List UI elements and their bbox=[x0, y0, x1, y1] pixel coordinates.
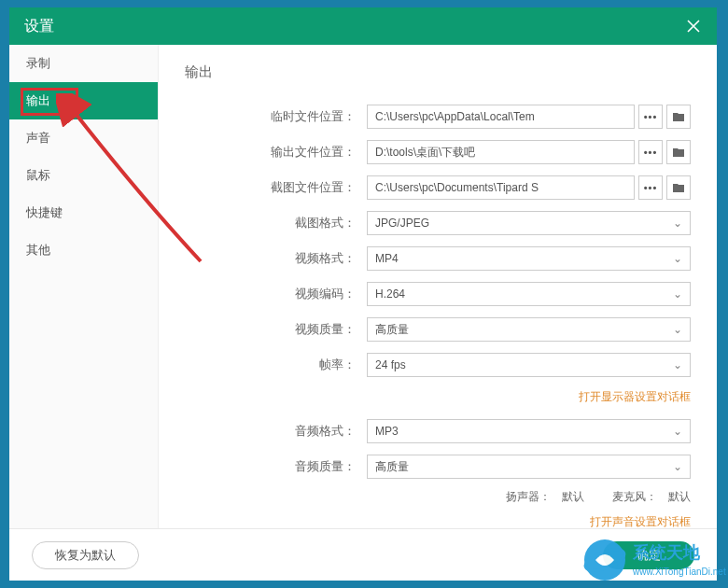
window-title: 设置 bbox=[24, 17, 54, 36]
chevron-down-icon: ⌄ bbox=[673, 217, 682, 230]
select-value: 24 fps bbox=[375, 358, 406, 371]
open-output-folder-button[interactable] bbox=[666, 140, 691, 164]
folder-icon bbox=[672, 147, 685, 158]
sidebar-item-label: 鼠标 bbox=[26, 167, 50, 184]
label-audio-quality: 音频质量： bbox=[185, 458, 367, 475]
label-output-path: 输出文件位置： bbox=[185, 144, 367, 161]
sidebar-item-label: 输出 bbox=[26, 92, 50, 109]
select-value: 高质量 bbox=[375, 322, 409, 338]
sidebar-item-label: 声音 bbox=[26, 130, 50, 147]
label-temp-path: 临时文件位置： bbox=[185, 108, 367, 125]
label-framerate: 帧率： bbox=[185, 357, 367, 373]
select-video-quality[interactable]: 高质量 ⌄ bbox=[367, 317, 691, 342]
button-label: 恢复为默认 bbox=[55, 547, 116, 564]
label-video-format: 视频格式： bbox=[185, 250, 367, 267]
sidebar-item-mouse[interactable]: 鼠标 bbox=[9, 157, 158, 194]
label-speaker: 扬声器： bbox=[506, 489, 551, 505]
button-label: 确定 bbox=[637, 547, 661, 564]
select-audio-quality[interactable]: 高质量 ⌄ bbox=[367, 455, 691, 479]
browse-temp-button[interactable]: ••• bbox=[638, 105, 663, 129]
open-screenshot-folder-button[interactable] bbox=[666, 175, 691, 200]
sidebar-item-record[interactable]: 录制 bbox=[9, 45, 158, 82]
chevron-down-icon: ⌄ bbox=[673, 358, 682, 371]
input-screenshot-path[interactable] bbox=[367, 175, 635, 200]
sidebar-item-sound[interactable]: 声音 bbox=[9, 119, 158, 157]
folder-icon bbox=[672, 182, 685, 193]
sidebar-item-hotkey[interactable]: 快捷键 bbox=[9, 194, 158, 231]
reset-button[interactable]: 恢复为默认 bbox=[32, 541, 139, 569]
label-video-codec: 视频编码： bbox=[185, 286, 367, 302]
sidebar-item-label: 其他 bbox=[26, 242, 50, 259]
input-output-path[interactable] bbox=[367, 140, 635, 164]
label-audio-format: 音频格式： bbox=[185, 423, 367, 440]
browse-screenshot-button[interactable]: ••• bbox=[638, 175, 663, 200]
select-video-codec[interactable]: H.264 ⌄ bbox=[367, 282, 691, 306]
select-value: 高质量 bbox=[375, 459, 409, 475]
sidebar: 录制 输出 声音 鼠标 快捷键 其他 bbox=[9, 45, 159, 528]
input-temp-path[interactable] bbox=[367, 105, 635, 129]
select-screenshot-format[interactable]: JPG/JPEG ⌄ bbox=[367, 211, 691, 235]
select-value: MP4 bbox=[375, 252, 399, 265]
browse-output-button[interactable]: ••• bbox=[638, 140, 663, 164]
label-video-quality: 视频质量： bbox=[185, 321, 367, 338]
link-display-settings[interactable]: 打开显示器设置对话框 bbox=[579, 390, 691, 403]
link-sound-settings[interactable]: 打开声音设置对话框 bbox=[590, 515, 691, 528]
chevron-down-icon: ⌄ bbox=[673, 460, 682, 473]
sidebar-item-label: 录制 bbox=[26, 55, 50, 72]
folder-icon bbox=[672, 111, 685, 122]
select-audio-format[interactable]: MP3 ⌄ bbox=[367, 419, 691, 443]
chevron-down-icon: ⌄ bbox=[673, 425, 682, 438]
label-screenshot-path: 截图文件位置： bbox=[185, 179, 367, 196]
select-framerate[interactable]: 24 fps ⌄ bbox=[367, 353, 691, 377]
value-speaker: 默认 bbox=[562, 489, 584, 505]
chevron-down-icon: ⌄ bbox=[673, 252, 682, 265]
close-button[interactable] bbox=[685, 18, 702, 35]
sidebar-item-label: 快捷键 bbox=[26, 204, 63, 221]
ok-button[interactable]: 确定 bbox=[603, 541, 694, 569]
titlebar: 设置 bbox=[9, 7, 717, 45]
chevron-down-icon: ⌄ bbox=[673, 323, 682, 336]
chevron-down-icon: ⌄ bbox=[673, 287, 682, 301]
select-value: MP3 bbox=[375, 425, 399, 438]
content-panel: 输出 临时文件位置： ••• 输出文件位置： ••• 截图文件位置： bbox=[159, 45, 717, 528]
label-screenshot-format: 截图格式： bbox=[185, 215, 367, 231]
open-temp-folder-button[interactable] bbox=[666, 105, 691, 129]
label-mic: 麦克风： bbox=[612, 489, 657, 505]
select-value: H.264 bbox=[375, 287, 405, 301]
select-video-format[interactable]: MP4 ⌄ bbox=[367, 246, 691, 271]
value-mic: 默认 bbox=[668, 489, 691, 505]
close-icon bbox=[685, 18, 702, 35]
section-title-output: 输出 bbox=[185, 63, 691, 81]
sidebar-item-output[interactable]: 输出 bbox=[9, 82, 158, 119]
sidebar-item-other[interactable]: 其他 bbox=[9, 231, 158, 269]
footer: 恢复为默认 确定 bbox=[9, 528, 717, 581]
select-value: JPG/JPEG bbox=[375, 217, 429, 230]
